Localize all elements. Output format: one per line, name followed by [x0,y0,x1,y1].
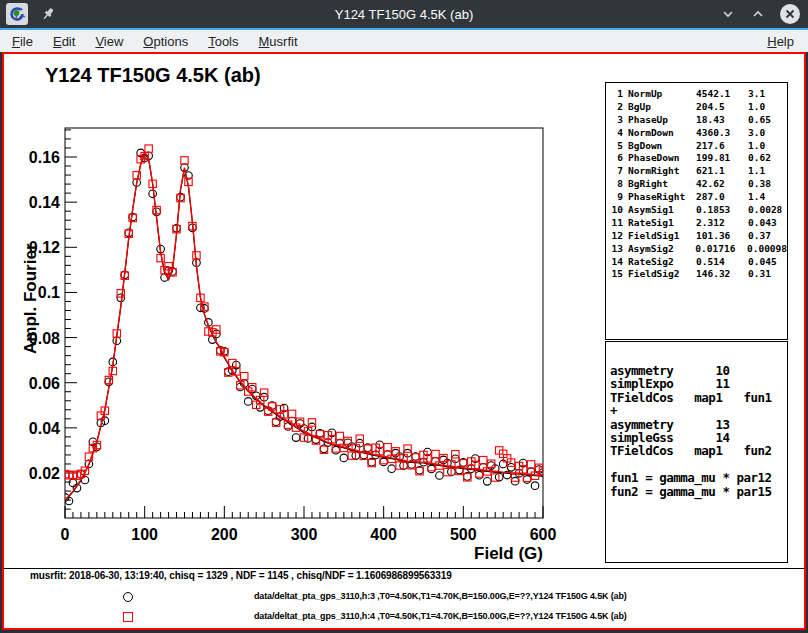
data-point-square [404,445,411,452]
window-title: Y124 TF150G 4.5K (ab) [0,7,808,22]
data-point-circle [507,464,515,472]
param-number: 15 [606,268,623,281]
param-error: 1.4 [748,191,787,204]
legend-label: data/deltat_pta_gps_3110,h:3 ,T0=4.50K,T… [254,591,627,601]
legend-marker-square-icon [123,612,133,622]
param-row: 2BgUp204.51.0 [606,101,787,114]
plot-title: Y124 TF150G 4.5K (ab) [45,64,261,86]
y-tick-label: 0.1 [38,284,60,301]
menu-item-view[interactable]: View [87,34,131,49]
theory-pane: asymmetry 10 simplExpo 11 TFieldCos map1… [605,341,788,563]
legend-label: data/deltat_pta_gps_3110,h:4 ,T0=4.50K,T… [254,611,627,621]
param-row: 9PhaseRight287.01.4 [606,191,787,204]
param-number: 12 [606,230,623,243]
data-point-circle [292,434,300,442]
menubar: FileEditViewOptionsToolsMusrfit Help [0,28,808,52]
minimize-button[interactable] [720,6,736,22]
param-number: 2 [606,101,623,114]
param-number: 7 [606,165,623,178]
param-value: 199.81 [696,152,748,165]
titlebar[interactable]: ++ Y124 TF150G 4.5K (ab) [0,0,808,28]
param-value: 4360.3 [696,127,748,140]
data-point-square [384,444,391,451]
param-row: 4NormDown4360.33.0 [606,127,787,140]
data-point-circle [531,482,539,490]
y-tick-label: 0.04 [29,420,60,437]
param-value: 0.514 [696,256,748,269]
param-number: 9 [606,191,623,204]
menu-item-tools[interactable]: Tools [200,34,246,49]
param-error: 0.00098 [747,243,787,256]
data-point-circle [483,478,491,486]
data-point-circle [69,479,77,487]
legend-item: data/deltat_pta_gps_3110,h:4 ,T0=4.50K,T… [4,608,804,628]
data-point-circle [149,190,157,198]
menu-item-musrfit[interactable]: Musrfit [251,34,306,49]
param-value: 0.1853 [696,204,748,217]
data-point-circle [388,465,396,473]
menu-item-file[interactable]: File [4,34,41,49]
chevron-up-icon [750,6,766,22]
x-tick-label: 600 [530,526,557,543]
data-point-circle [340,454,348,462]
param-row: 7NormRight621.11.1 [606,165,787,178]
param-error: 1.0 [748,140,787,153]
param-row: 15FieldSig2146.320.31 [606,268,787,281]
param-number: 8 [606,178,623,191]
x-tick-label: 400 [370,526,397,543]
y-axis-title: Ampl. Fourier [21,243,40,354]
param-row: 11RateSig12.3120.043 [606,217,787,230]
param-error: 3.1 [748,88,787,101]
param-number: 14 [606,256,623,269]
param-name: RateSig2 [628,256,696,269]
data-point-square [145,145,152,152]
param-error: 1.0 [748,101,787,114]
param-error: 0.65 [748,114,787,127]
close-button[interactable] [780,4,800,24]
legend-marker-circle-icon [123,592,133,602]
param-value: 287.0 [696,191,748,204]
param-name: PhaseRight [628,191,696,204]
param-name: BgRight [628,178,696,191]
data-layer [61,145,547,505]
param-row: 10AsymSig10.18530.0028 [606,204,787,217]
maximize-button[interactable] [750,6,766,22]
x-tick-label: 100 [131,526,158,543]
data-point-square [336,432,343,439]
param-row: 13AsymSig20.017160.00098 [606,243,787,256]
y-tick-label: 0.02 [29,465,60,482]
param-value: 101.36 [696,230,748,243]
y-tick-label: 0.16 [29,149,60,166]
data-point-circle [475,471,483,479]
param-number: 11 [606,217,623,230]
param-name: PhaseDown [628,152,696,165]
menu-item-help[interactable]: Help [759,34,802,49]
data-point-square [193,252,200,259]
data-point-square [488,460,495,467]
data-point-circle [332,446,340,454]
x-tick-label: 500 [450,526,477,543]
musrview-window: ++ Y124 TF150G 4.5K (ab) [0,0,808,633]
data-point-circle [428,465,436,473]
param-value: 146.32 [696,268,748,281]
y-tick-label: 0.14 [29,194,60,211]
legend-item: data/deltat_pta_gps_3110,h:3 ,T0=4.50K,T… [4,588,804,608]
root-canvas[interactable]: Y124 TF150G 4.5K (ab)0100200300400500600… [2,52,806,630]
param-error: 0.38 [748,178,787,191]
param-number: 10 [606,204,623,217]
menu-item-options[interactable]: Options [135,34,196,49]
param-error: 0.37 [748,230,787,243]
param-row: 1NormUp4542.13.1 [606,88,787,101]
menu-item-edit[interactable]: Edit [45,34,83,49]
data-point-circle [523,476,531,484]
stats-separator [4,568,804,569]
param-error: 0.043 [748,217,787,230]
param-value: 42.62 [696,178,748,191]
data-point-square [117,290,124,297]
y-tick-label: 0.06 [29,375,60,392]
data-point-circle [436,472,444,480]
fit-curve-black [65,153,543,501]
param-value: 217.6 [696,140,748,153]
param-error: 0.0028 [748,204,787,217]
param-name: FieldSig2 [628,268,696,281]
